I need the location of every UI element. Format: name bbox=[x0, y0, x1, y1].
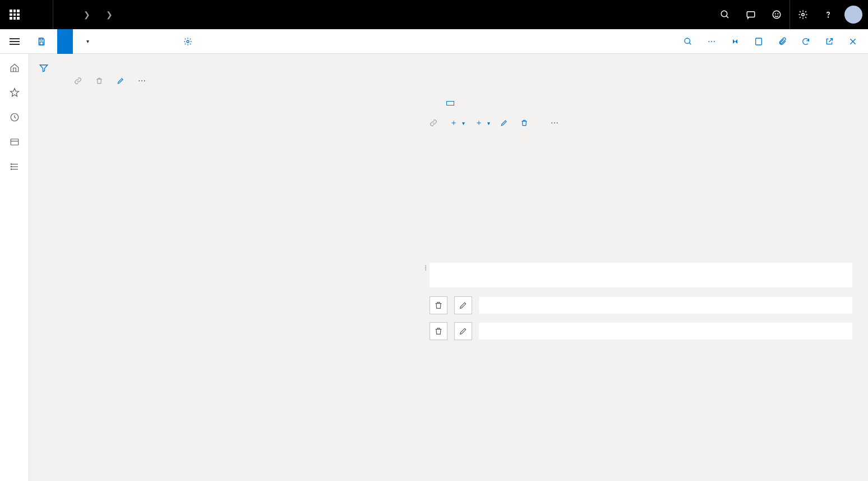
map-format-button[interactable] bbox=[113, 29, 128, 54]
messages-icon[interactable] bbox=[738, 0, 764, 29]
format-tree-pane: ⋯ bbox=[58, 54, 422, 481]
chevron-down-icon: ▾ bbox=[462, 120, 465, 126]
favorites-icon[interactable] bbox=[10, 88, 20, 98]
svg-point-0 bbox=[721, 11, 727, 17]
plus-icon: ＋ bbox=[475, 118, 483, 128]
show-details-button[interactable] bbox=[57, 29, 73, 54]
pencil-icon bbox=[500, 119, 508, 127]
svg-point-23 bbox=[11, 166, 12, 167]
edit-button[interactable] bbox=[500, 119, 510, 127]
tab-strip bbox=[430, 101, 852, 106]
link-icon bbox=[74, 77, 82, 85]
svg-rect-17 bbox=[11, 139, 19, 145]
gear-icon bbox=[183, 37, 192, 46]
workspaces-icon[interactable] bbox=[10, 137, 20, 147]
performance-trace-button[interactable] bbox=[160, 29, 176, 54]
trash-icon bbox=[434, 327, 443, 336]
filter-column bbox=[29, 54, 58, 481]
help-icon[interactable] bbox=[815, 0, 841, 29]
formula-display[interactable] bbox=[430, 263, 852, 287]
svg-point-11 bbox=[685, 38, 690, 43]
user-avatar[interactable] bbox=[844, 6, 862, 24]
popout-icon[interactable] bbox=[819, 29, 840, 54]
app-launcher[interactable] bbox=[0, 0, 29, 29]
top-right-controls bbox=[699, 0, 868, 29]
show-all-button[interactable]: ▾ bbox=[73, 29, 97, 54]
run-button[interactable] bbox=[144, 29, 160, 54]
emoji-icon[interactable] bbox=[764, 0, 789, 29]
chevron-down-icon: ▾ bbox=[86, 38, 89, 44]
svg-line-12 bbox=[689, 43, 691, 44]
delete-button[interactable] bbox=[520, 119, 530, 127]
svg-point-3 bbox=[773, 11, 781, 19]
nav-toggle[interactable] bbox=[0, 29, 29, 54]
mapping-pane: ＋▾ ＋▾ ⋯ bbox=[430, 54, 868, 481]
validate-button[interactable] bbox=[128, 29, 144, 54]
chevron-down-icon: ▾ bbox=[487, 120, 490, 126]
filter-icon[interactable] bbox=[39, 63, 49, 481]
bind-button-right[interactable] bbox=[430, 119, 440, 127]
svg-point-24 bbox=[11, 169, 12, 170]
left-nav-rail bbox=[0, 54, 29, 481]
pencil-icon bbox=[459, 301, 468, 310]
svg-point-4 bbox=[775, 13, 775, 14]
mapping-toolbar: ＋▾ ＋▾ ⋯ bbox=[430, 118, 852, 128]
trash-icon bbox=[95, 77, 103, 85]
home-icon[interactable] bbox=[10, 63, 20, 73]
svg-rect-8 bbox=[40, 38, 43, 40]
splitter-handle[interactable]: ⁞ bbox=[422, 54, 430, 481]
waffle-icon bbox=[10, 10, 20, 20]
edit-prop-enabled[interactable] bbox=[454, 296, 472, 314]
svg-rect-13 bbox=[756, 38, 762, 45]
close-icon[interactable] bbox=[842, 29, 864, 54]
recent-icon[interactable] bbox=[10, 112, 20, 122]
modules-icon[interactable] bbox=[10, 162, 20, 172]
add-root-button[interactable]: ＋▾ bbox=[450, 118, 465, 128]
trash-icon bbox=[520, 119, 528, 127]
app-title bbox=[29, 0, 53, 29]
office-icon[interactable] bbox=[748, 29, 769, 54]
svg-point-22 bbox=[11, 164, 12, 165]
format-enumerations-button[interactable] bbox=[97, 29, 113, 54]
more-icon[interactable]: ⋯ bbox=[551, 118, 558, 127]
add-button[interactable]: ＋▾ bbox=[475, 118, 490, 128]
svg-point-10 bbox=[187, 40, 189, 43]
search-command-icon[interactable] bbox=[677, 29, 699, 54]
attachments-icon[interactable] bbox=[772, 29, 793, 54]
plus-icon: ＋ bbox=[450, 118, 458, 128]
delete-prop-enabled[interactable] bbox=[430, 296, 447, 314]
pencil-icon bbox=[459, 327, 468, 336]
svg-point-5 bbox=[778, 13, 778, 14]
more-icon[interactable]: ⋯ bbox=[138, 76, 146, 85]
search-icon[interactable] bbox=[712, 0, 738, 29]
chevron-right-icon: ❯ bbox=[84, 10, 90, 19]
breadcrumbs: ❯ ❯ bbox=[53, 10, 699, 19]
chevron-right-icon: ❯ bbox=[106, 10, 113, 19]
edit-formula-button[interactable] bbox=[117, 77, 128, 85]
bind-button[interactable] bbox=[74, 77, 85, 85]
filename-input[interactable] bbox=[479, 323, 852, 340]
svg-line-1 bbox=[726, 16, 728, 18]
link-icon bbox=[430, 119, 437, 127]
edit-prop-filename[interactable] bbox=[454, 322, 472, 340]
svg-rect-9 bbox=[40, 42, 43, 44]
delete-prop-filename[interactable] bbox=[430, 322, 447, 340]
plugin-icon[interactable] bbox=[724, 29, 746, 54]
top-bar: ❯ ❯ bbox=[0, 0, 868, 29]
tab-mapping[interactable] bbox=[446, 101, 454, 106]
svg-point-6 bbox=[801, 13, 804, 16]
pencil-icon bbox=[117, 77, 124, 85]
svg-rect-2 bbox=[747, 12, 755, 17]
save-button[interactable] bbox=[29, 29, 57, 54]
settings-icon[interactable] bbox=[789, 0, 815, 29]
start-debugging-button[interactable] bbox=[176, 29, 204, 54]
svg-point-7 bbox=[828, 17, 829, 17]
more-icon[interactable]: ⋯ bbox=[701, 29, 722, 54]
trash-icon bbox=[434, 301, 443, 310]
enabled-input[interactable] bbox=[479, 297, 852, 314]
properties-panel bbox=[430, 263, 852, 340]
save-icon bbox=[37, 37, 46, 46]
refresh-icon[interactable] bbox=[795, 29, 816, 54]
command-bar: ▾ ⋯ bbox=[0, 29, 868, 54]
unbind-button[interactable] bbox=[95, 77, 107, 85]
